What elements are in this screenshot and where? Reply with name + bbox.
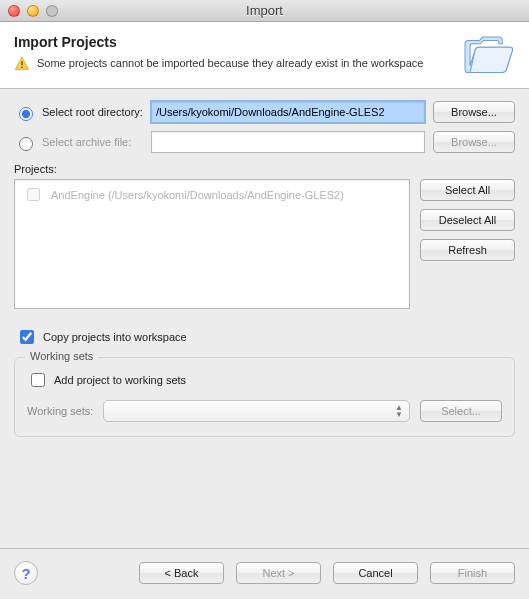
working-sets-select-button: Select... — [420, 400, 502, 422]
title-bar: Import — [0, 0, 529, 22]
back-button[interactable]: < Back — [139, 562, 224, 584]
cancel-button[interactable]: Cancel — [333, 562, 418, 584]
archive-radio[interactable] — [19, 137, 33, 151]
project-list-item: AndEngine (/Users/kyokomi/Downloads/AndE… — [17, 182, 407, 207]
copy-projects-checkbox[interactable] — [20, 330, 34, 344]
minimize-window-button[interactable] — [27, 5, 39, 17]
working-sets-selector-row: Working sets: ▲▼ Select... — [27, 400, 502, 422]
add-to-ws-row[interactable]: Add project to working sets — [27, 370, 502, 390]
zoom-window-button — [46, 5, 58, 17]
svg-rect-0 — [21, 61, 22, 65]
refresh-button[interactable]: Refresh — [420, 239, 515, 261]
finish-button: Finish — [430, 562, 515, 584]
folder-open-icon — [459, 32, 515, 76]
working-sets-group: Working sets Add project to working sets… — [14, 357, 515, 437]
projects-label: Projects: — [14, 163, 515, 175]
svg-rect-1 — [21, 67, 22, 68]
projects-side-buttons: Select All Deselect All Refresh — [420, 179, 515, 309]
window-controls — [8, 5, 58, 17]
window-title: Import — [0, 3, 529, 18]
root-dir-input[interactable] — [151, 101, 425, 123]
copy-projects-row[interactable]: Copy projects into workspace — [16, 327, 515, 347]
archive-browse-button: Browse... — [433, 131, 515, 153]
dialog-footer: ? < Back Next > Cancel Finish — [0, 548, 529, 599]
header-message-row: Some projects cannot be imported because… — [14, 56, 451, 72]
projects-section: AndEngine (/Users/kyokomi/Downloads/AndE… — [14, 179, 515, 309]
archive-input — [151, 131, 425, 153]
dialog-header: Import Projects Some projects cannot be … — [0, 22, 529, 89]
working-sets-label: Working sets: — [27, 405, 93, 417]
help-button[interactable]: ? — [14, 561, 38, 585]
warning-icon — [14, 56, 30, 72]
root-dir-label: Select root directory: — [42, 106, 143, 118]
combo-arrows-icon: ▲▼ — [395, 404, 403, 418]
dialog-body: Select root directory: Browse... Select … — [0, 89, 529, 437]
add-to-ws-checkbox[interactable] — [31, 373, 45, 387]
copy-projects-label: Copy projects into workspace — [43, 331, 187, 343]
root-dir-radio[interactable] — [19, 107, 33, 121]
header-message: Some projects cannot be imported because… — [37, 56, 423, 71]
root-dir-radio-row[interactable]: Select root directory: — [14, 104, 143, 121]
deselect-all-button[interactable]: Deselect All — [420, 209, 515, 231]
next-button: Next > — [236, 562, 321, 584]
wizard-nav-buttons: < Back Next > Cancel Finish — [139, 562, 515, 584]
projects-listbox[interactable]: AndEngine (/Users/kyokomi/Downloads/AndE… — [14, 179, 410, 309]
select-all-button[interactable]: Select All — [420, 179, 515, 201]
working-sets-combo: ▲▼ — [103, 400, 410, 422]
page-title: Import Projects — [14, 34, 451, 50]
project-item-checkbox — [27, 188, 40, 201]
root-dir-browse-button[interactable]: Browse... — [433, 101, 515, 123]
working-sets-legend: Working sets — [25, 350, 98, 362]
add-to-ws-label: Add project to working sets — [54, 374, 186, 386]
close-window-button[interactable] — [8, 5, 20, 17]
archive-label: Select archive file: — [42, 136, 131, 148]
source-selection: Select root directory: Browse... Select … — [14, 101, 515, 153]
archive-radio-row[interactable]: Select archive file: — [14, 134, 143, 151]
project-item-label: AndEngine (/Users/kyokomi/Downloads/AndE… — [51, 189, 344, 201]
